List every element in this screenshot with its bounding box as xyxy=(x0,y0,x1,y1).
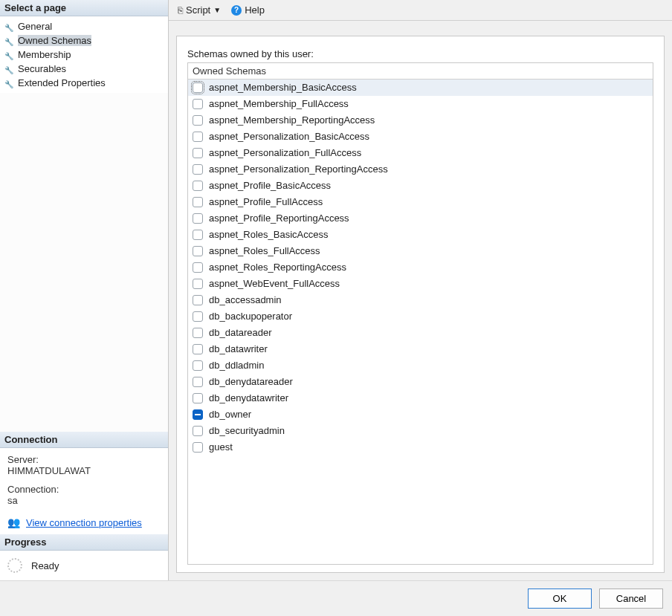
schema-row[interactable]: db_datareader xyxy=(188,325,653,341)
dialog-footer: OK Cancel xyxy=(0,580,672,616)
schema-name: db_datawriter xyxy=(209,343,268,356)
schema-checkbox[interactable] xyxy=(193,132,203,142)
owned-schemas-grid: Owned Schemas aspnet_Membership_BasicAcc… xyxy=(187,62,653,565)
ok-button[interactable]: OK xyxy=(528,589,592,609)
schema-checkbox[interactable] xyxy=(193,82,203,93)
schema-checkbox[interactable] xyxy=(193,230,203,240)
schema-checkbox[interactable] xyxy=(193,197,203,207)
script-label: Script xyxy=(186,4,210,16)
schema-checkbox[interactable] xyxy=(193,164,203,175)
page-item[interactable]: General xyxy=(0,19,168,33)
schema-row[interactable]: aspnet_Profile_ReportingAccess xyxy=(188,210,653,227)
schema-checkbox[interactable] xyxy=(193,115,203,126)
schema-checkbox[interactable] xyxy=(193,409,203,420)
schema-row[interactable]: aspnet_WebEvent_FullAccess xyxy=(188,276,653,292)
schema-checkbox[interactable] xyxy=(193,311,203,322)
schema-name: aspnet_Personalization_BasicAccess xyxy=(209,130,369,143)
page-item-label: Membership xyxy=(18,49,71,60)
script-button[interactable]: ⎘ Script ▼ xyxy=(175,3,224,17)
schema-checkbox[interactable] xyxy=(193,426,203,436)
grid-column-header[interactable]: Owned Schemas xyxy=(188,63,653,80)
schema-name: db_ddladmin xyxy=(209,359,264,372)
wrench-icon xyxy=(4,51,13,59)
page-item[interactable]: Membership xyxy=(0,48,168,62)
view-connection-properties-link[interactable]: View connection properties xyxy=(26,517,142,528)
page-item[interactable]: Owned Schemas xyxy=(0,33,168,48)
schema-row[interactable]: db_securityadmin xyxy=(188,423,653,439)
schema-row[interactable]: aspnet_Membership_ReportingAccess xyxy=(188,112,653,129)
schema-row[interactable]: db_owner xyxy=(188,406,653,423)
schema-checkbox[interactable] xyxy=(193,344,203,354)
schema-checkbox[interactable] xyxy=(193,181,203,191)
page-item-label: Extended Properties xyxy=(18,77,106,88)
schema-name: db_datareader xyxy=(209,326,272,340)
schema-row[interactable]: db_denydatareader xyxy=(188,374,653,390)
schema-name: aspnet_Personalization_FullAccess xyxy=(209,146,361,160)
connection-panel: Server: HIMMATDULAWAT Connection: sa 👥 V… xyxy=(0,448,168,534)
schema-row[interactable]: aspnet_Roles_ReportingAccess xyxy=(188,259,653,276)
schema-checkbox[interactable] xyxy=(193,148,203,158)
help-label: Help xyxy=(245,4,265,16)
cancel-button[interactable]: Cancel xyxy=(599,589,663,609)
progress-status: Ready xyxy=(31,560,59,571)
page-item-label: Securables xyxy=(18,63,66,74)
schema-checkbox[interactable] xyxy=(193,377,203,387)
schema-row[interactable]: aspnet_Profile_BasicAccess xyxy=(188,178,653,194)
help-button[interactable]: ? Help xyxy=(228,3,268,17)
schema-checkbox[interactable] xyxy=(193,262,203,273)
page-list: GeneralOwned SchemasMembershipSecurables… xyxy=(0,16,168,93)
schema-row[interactable]: db_datawriter xyxy=(188,341,653,357)
schema-name: aspnet_Roles_BasicAccess xyxy=(209,228,328,241)
schema-checkbox[interactable] xyxy=(193,213,203,224)
schema-row[interactable]: aspnet_Personalization_BasicAccess xyxy=(188,129,653,145)
schema-name: guest xyxy=(209,441,233,454)
wrench-icon xyxy=(4,79,13,88)
chevron-down-icon: ▼ xyxy=(213,6,221,14)
schema-name: aspnet_Roles_ReportingAccess xyxy=(209,261,346,274)
help-icon: ? xyxy=(231,5,242,16)
schema-row[interactable]: aspnet_Roles_FullAccess xyxy=(188,243,653,259)
content-area: ⎘ Script ▼ ? Help Schemas owned by this … xyxy=(169,0,672,580)
page-item[interactable]: Extended Properties xyxy=(0,76,168,90)
schema-checkbox[interactable] xyxy=(193,360,203,371)
schema-row[interactable]: aspnet_Personalization_FullAccess xyxy=(188,145,653,161)
sidebar: Select a page GeneralOwned SchemasMember… xyxy=(0,0,169,580)
schema-name: aspnet_Membership_ReportingAccess xyxy=(209,114,375,127)
schema-name: aspnet_Profile_ReportingAccess xyxy=(209,212,349,225)
schema-row[interactable]: db_backupoperator xyxy=(188,308,653,325)
schema-name: aspnet_Roles_FullAccess xyxy=(209,244,320,258)
schema-checkbox[interactable] xyxy=(193,279,203,289)
schema-row[interactable]: aspnet_Personalization_ReportingAccess xyxy=(188,161,653,178)
connection-label: Connection: xyxy=(7,484,161,495)
schema-row[interactable]: aspnet_Membership_FullAccess xyxy=(188,96,653,112)
server-label: Server: xyxy=(7,454,161,465)
schema-row[interactable]: db_accessadmin xyxy=(188,292,653,308)
schema-checkbox[interactable] xyxy=(193,442,203,453)
schema-row[interactable]: guest xyxy=(188,439,653,455)
schema-row[interactable]: aspnet_Profile_FullAccess xyxy=(188,194,653,210)
connection-header: Connection xyxy=(0,432,168,448)
page-item[interactable]: Securables xyxy=(0,62,168,76)
grid-body[interactable]: aspnet_Membership_BasicAccessaspnet_Memb… xyxy=(188,80,653,564)
schema-name: aspnet_Membership_FullAccess xyxy=(209,97,349,111)
wrench-icon xyxy=(4,36,13,45)
schema-checkbox[interactable] xyxy=(193,295,203,305)
schema-name: db_accessadmin xyxy=(209,294,282,307)
schema-name: db_backupoperator xyxy=(209,310,292,323)
schema-name: aspnet_Membership_BasicAccess xyxy=(209,81,357,94)
schema-checkbox[interactable] xyxy=(193,99,203,109)
schema-row[interactable]: db_denydatawriter xyxy=(188,390,653,406)
schema-name: db_denydatawriter xyxy=(209,392,288,405)
schema-row[interactable]: aspnet_Roles_BasicAccess xyxy=(188,227,653,243)
wrench-icon xyxy=(4,22,13,31)
schema-row[interactable]: aspnet_Membership_BasicAccess xyxy=(188,80,653,96)
schema-name: db_owner xyxy=(209,408,251,421)
progress-panel: Ready xyxy=(0,551,168,580)
page-item-label: Owned Schemas xyxy=(18,35,91,46)
schemas-field-label: Schemas owned by this user: xyxy=(187,48,653,59)
schema-checkbox[interactable] xyxy=(193,246,203,256)
schema-row[interactable]: db_ddladmin xyxy=(188,357,653,374)
schema-checkbox[interactable] xyxy=(193,393,203,403)
progress-spinner-icon xyxy=(7,558,22,573)
schema-checkbox[interactable] xyxy=(193,328,203,338)
